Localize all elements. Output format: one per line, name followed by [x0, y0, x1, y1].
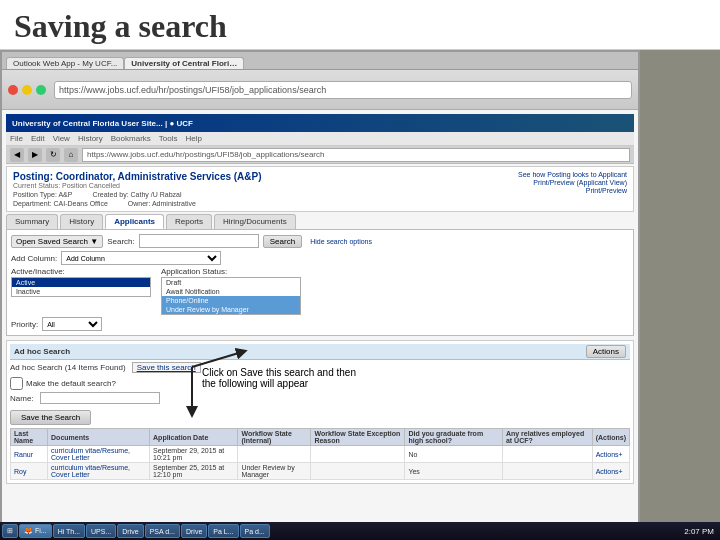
- taskbar-clock: 2:07 PM: [684, 527, 718, 536]
- row2-last-name[interactable]: Roy: [14, 468, 26, 475]
- row2-actions-link[interactable]: Actions+: [596, 468, 623, 475]
- inactive-option[interactable]: Inactive: [12, 287, 150, 296]
- nav-item-history[interactable]: History: [78, 134, 103, 143]
- application-status-list: Draft Await Notification Phone/Online Un…: [161, 277, 301, 315]
- row1-last-name[interactable]: Ranur: [14, 451, 33, 458]
- priority-select[interactable]: All: [42, 317, 102, 331]
- taskbar-btn-4[interactable]: PSA d...: [145, 524, 180, 538]
- nav-item-file[interactable]: File: [10, 134, 23, 143]
- nav-item-help[interactable]: Help: [185, 134, 201, 143]
- status-draft[interactable]: Draft: [162, 278, 300, 287]
- ucf-header: University of Central Florida User Site.…: [6, 114, 634, 132]
- home-icon[interactable]: ⌂: [64, 148, 78, 162]
- col-relatives: Any relatives employed at UCF?: [502, 429, 592, 446]
- status-phone-online[interactable]: Phone/Online: [162, 296, 300, 305]
- browser-tab-1[interactable]: Outlook Web App - My UCF...: [6, 57, 124, 69]
- hide-search-options-link[interactable]: Hide search options: [310, 238, 372, 245]
- active-option[interactable]: Active: [12, 278, 150, 287]
- browser-area: Outlook Web App - My UCF... University o…: [0, 50, 640, 536]
- row1-workflow: [238, 446, 311, 463]
- department: Department: CAI-Deans Office: [13, 200, 108, 207]
- close-window-btn[interactable]: [8, 85, 18, 95]
- active-inactive-filter: Active/Inactive: Active Inactive: [11, 267, 151, 315]
- main-tabs: Summary History Applicants Reports Hirin…: [6, 214, 634, 229]
- tab-reports[interactable]: Reports: [166, 214, 212, 229]
- status-under-review[interactable]: Under Review by Manager: [162, 305, 300, 314]
- back-icon[interactable]: ◀: [10, 148, 24, 162]
- application-status-label: Application Status:: [161, 267, 301, 276]
- start-button[interactable]: ⊞: [2, 524, 18, 538]
- row2-relatives: [502, 463, 592, 480]
- adhoc-header: Ad hoc Search Actions: [10, 344, 630, 360]
- browser-tabs: Outlook Web App - My UCF... University o…: [2, 52, 638, 70]
- search-button[interactable]: Search: [263, 235, 302, 248]
- priority-row: Priority: All: [11, 317, 629, 331]
- nav-item-view[interactable]: View: [53, 134, 70, 143]
- row2-documents[interactable]: curriculum vitae/Resume, Cover Letter: [51, 464, 130, 478]
- row1-relatives: [502, 446, 592, 463]
- save-search-link[interactable]: Save this search: [132, 362, 201, 373]
- action-see-posting[interactable]: See how Posting looks to Applicant: [518, 171, 627, 178]
- add-column-row: Add Column: Add Column: [11, 251, 629, 265]
- posting-actions: See how Posting looks to Applicant Print…: [518, 171, 627, 207]
- taskbar-btn-1[interactable]: Hi Th...: [53, 524, 85, 538]
- adhoc-header-text: Ad hoc Search: [14, 347, 70, 356]
- right-sidebar: [640, 50, 720, 536]
- col-workflow: Workflow State (Internal): [238, 429, 311, 446]
- row1-documents[interactable]: curriculum vitae/Resume, Cover Letter: [51, 447, 130, 461]
- page-title: Saving a search: [14, 8, 706, 45]
- actions-button[interactable]: Actions: [586, 345, 626, 358]
- taskbar-btn-5[interactable]: Drive: [181, 524, 207, 538]
- row1-actions-link[interactable]: Actions+: [596, 451, 623, 458]
- tab-history[interactable]: History: [60, 214, 103, 229]
- make-default-checkbox[interactable]: [10, 377, 23, 390]
- row1-exception: [311, 446, 405, 463]
- taskbar-btn-3[interactable]: Drive: [117, 524, 143, 538]
- taskbar-firefox[interactable]: 🦊 Fi...: [19, 524, 52, 538]
- tab-applicants[interactable]: Applicants: [105, 214, 164, 229]
- toolbar: ◀ ▶ ↻ ⌂ https://www.jobs.ucf.edu/hr/post…: [6, 146, 634, 164]
- filter-row: Active/Inactive: Active Inactive Applica…: [11, 267, 629, 315]
- adhoc-subheader: Ad hoc Search (14 Items Found) Save this…: [10, 360, 630, 375]
- active-inactive-list: Active Inactive: [11, 277, 151, 297]
- priority-label: Priority:: [11, 320, 38, 329]
- refresh-icon[interactable]: ↻: [46, 148, 60, 162]
- nav-item-edit[interactable]: Edit: [31, 134, 45, 143]
- adhoc-area: Ad hoc Search Actions Ad hoc Search (14 …: [6, 340, 634, 484]
- nav-item-tools[interactable]: Tools: [159, 134, 178, 143]
- table-row: Roy curriculum vitae/Resume, Cover Lette…: [11, 463, 630, 480]
- posting-status: Current Status: Position Cancelled: [13, 182, 262, 189]
- tab-hiring-documents[interactable]: Hiring/Documents: [214, 214, 296, 229]
- save-search-button[interactable]: Save the Search: [10, 410, 91, 425]
- add-column-label: Add Column:: [11, 254, 57, 263]
- search-label: Search:: [107, 237, 135, 246]
- search-input[interactable]: [139, 234, 259, 248]
- action-print-preview[interactable]: Print/Preview: [518, 187, 627, 194]
- tab-summary[interactable]: Summary: [6, 214, 58, 229]
- browser-tab-2[interactable]: University of Central Florida User Si...: [124, 57, 244, 69]
- col-actions: (Actions): [592, 429, 629, 446]
- maximize-window-btn[interactable]: [36, 85, 46, 95]
- active-inactive-label: Active/Inactive:: [11, 267, 151, 276]
- taskbar-btn-6[interactable]: Pa L...: [208, 524, 238, 538]
- taskbar-btn-7[interactable]: Pa d...: [240, 524, 270, 538]
- forward-icon[interactable]: ▶: [28, 148, 42, 162]
- ucf-header-text: University of Central Florida User Site.…: [12, 119, 193, 128]
- position-type: Position Type: A&P: [13, 191, 72, 198]
- minimize-window-btn[interactable]: [22, 85, 32, 95]
- address-bar[interactable]: https://www.jobs.ucf.edu/hr/postings/UFI…: [54, 81, 632, 99]
- name-input[interactable]: [40, 392, 160, 404]
- search-row: Open Saved Search ▼ Search: Search Hide …: [11, 234, 629, 248]
- action-print-preview-applicant[interactable]: Print/Preview (Applicant View): [518, 179, 627, 186]
- open-saved-search-btn[interactable]: Open Saved Search ▼: [11, 235, 103, 248]
- add-column-select[interactable]: Add Column: [61, 251, 221, 265]
- taskbar: ⊞ 🦊 Fi... Hi Th... UPS... Drive PSA d...…: [0, 522, 720, 540]
- taskbar-btn-2[interactable]: UPS...: [86, 524, 116, 538]
- nav-bar: File Edit View History Bookmarks Tools H…: [6, 132, 634, 146]
- toolbar-address[interactable]: https://www.jobs.ucf.edu/hr/postings/UFI…: [87, 150, 324, 159]
- col-app-date: Application Date: [150, 429, 238, 446]
- status-await-notification[interactable]: Await Notification: [162, 287, 300, 296]
- row1-graduated: No: [405, 446, 503, 463]
- row2-app-date: September 25, 2015 at 12:10 pm: [150, 463, 238, 480]
- nav-item-bookmarks[interactable]: Bookmarks: [111, 134, 151, 143]
